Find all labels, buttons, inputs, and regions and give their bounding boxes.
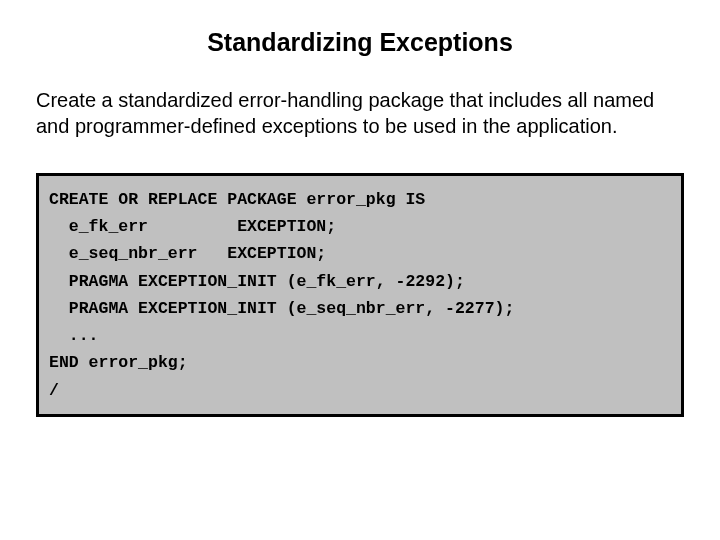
slide: Standardizing Exceptions Create a standa… [0, 0, 720, 540]
slide-body-text: Create a standardized error-handling pac… [36, 87, 684, 139]
code-line: END error_pkg; [49, 353, 188, 372]
code-line: e_fk_err EXCEPTION; [49, 217, 336, 236]
code-block: CREATE OR REPLACE PACKAGE error_pkg IS e… [36, 173, 684, 417]
code-line: CREATE OR REPLACE PACKAGE error_pkg IS [49, 190, 425, 209]
code-line: PRAGMA EXCEPTION_INIT (e_seq_nbr_err, -2… [49, 299, 514, 318]
code-line: PRAGMA EXCEPTION_INIT (e_fk_err, -2292); [49, 272, 465, 291]
code-line: / [49, 381, 59, 400]
code-line: ... [49, 326, 99, 345]
code-line: e_seq_nbr_err EXCEPTION; [49, 244, 326, 263]
slide-title: Standardizing Exceptions [36, 28, 684, 57]
